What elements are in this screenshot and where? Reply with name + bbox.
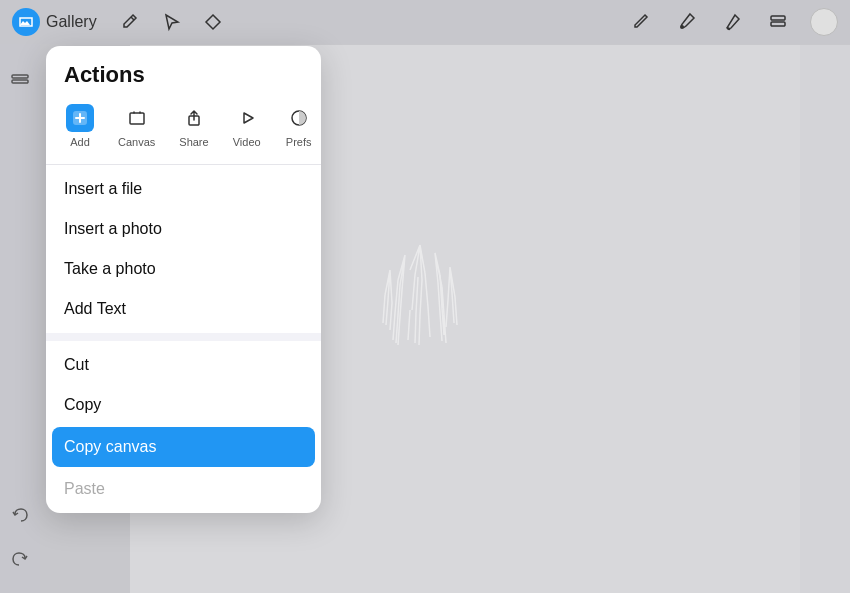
actions-panel: Actions Add Canvas — [46, 46, 321, 513]
svg-point-0 — [680, 25, 684, 29]
insert-file-item[interactable]: Insert a file — [46, 169, 321, 209]
svg-marker-8 — [244, 113, 253, 123]
sidebar-bottom — [6, 501, 34, 573]
take-photo-item[interactable]: Take a photo — [46, 249, 321, 289]
insert-photo-item[interactable]: Insert a photo — [46, 209, 321, 249]
svg-rect-3 — [12, 75, 28, 78]
transform-icon[interactable] — [199, 8, 227, 36]
copy-item[interactable]: Copy — [46, 385, 321, 425]
svg-rect-6 — [130, 113, 144, 124]
tab-canvas[interactable]: Canvas — [108, 98, 165, 154]
svg-rect-2 — [771, 22, 785, 26]
layers-icon[interactable] — [764, 8, 792, 36]
smudge-icon[interactable] — [718, 8, 746, 36]
tab-share[interactable]: Share — [169, 98, 218, 154]
add-tab-icon — [66, 104, 94, 132]
section-gap — [46, 333, 321, 341]
selection-icon[interactable] — [157, 8, 185, 36]
top-toolbar: Gallery — [0, 0, 850, 44]
layers-sidebar-icon[interactable] — [6, 64, 34, 92]
modify-icon[interactable] — [115, 8, 143, 36]
share-tab-label: Share — [179, 136, 208, 148]
tab-video[interactable]: Video — [223, 98, 271, 154]
video-tab-label: Video — [233, 136, 261, 148]
right-toolbar-icons — [626, 8, 838, 36]
actions-title: Actions — [46, 46, 321, 98]
video-tab-icon — [233, 104, 261, 132]
add-tab-label: Add — [70, 136, 90, 148]
color-picker[interactable] — [810, 8, 838, 36]
gallery-icon — [12, 8, 40, 36]
undo-icon[interactable] — [6, 501, 34, 529]
tab-prefs[interactable]: Prefs — [275, 98, 321, 154]
section-clipboard: Cut Copy Copy canvas Paste — [46, 341, 321, 513]
copy-canvas-item[interactable]: Copy canvas — [52, 427, 315, 467]
pencil-icon[interactable] — [626, 8, 654, 36]
section-insert: Insert a file Insert a photo Take a phot… — [46, 165, 321, 333]
actions-tabs: Add Canvas Share — [46, 98, 321, 164]
canvas-tab-label: Canvas — [118, 136, 155, 148]
redo-icon[interactable] — [6, 545, 34, 573]
prefs-tab-icon — [285, 104, 313, 132]
gallery-label: Gallery — [46, 13, 97, 31]
paste-item: Paste — [46, 469, 321, 509]
share-tab-icon — [180, 104, 208, 132]
sketch-drawing — [330, 225, 510, 385]
tool-icons — [115, 8, 227, 36]
left-sidebar — [0, 44, 40, 593]
prefs-tab-label: Prefs — [286, 136, 312, 148]
gallery-button[interactable]: Gallery — [12, 8, 97, 36]
add-text-item[interactable]: Add Text — [46, 289, 321, 329]
canvas-tab-icon — [123, 104, 151, 132]
svg-rect-1 — [771, 16, 785, 20]
brush-icon[interactable] — [672, 8, 700, 36]
cut-item[interactable]: Cut — [46, 345, 321, 385]
tab-add[interactable]: Add — [56, 98, 104, 154]
svg-rect-4 — [12, 80, 28, 83]
